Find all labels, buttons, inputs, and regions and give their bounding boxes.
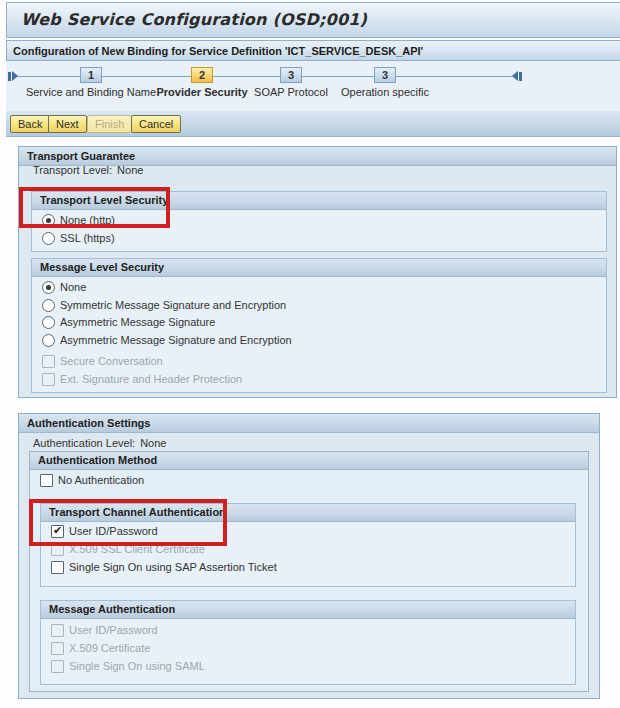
transport-channel-authentication-panel: Transport Channel Authentication User ID… [40, 503, 576, 587]
checkbox-ext-signature-header-protection: Ext. Signature and Header Protection [42, 371, 242, 387]
checkbox-sso-sap-assertion-ticket[interactable]: Single Sign On using SAP Assertion Ticke… [51, 559, 277, 575]
step-4-label: Operation specific [341, 86, 429, 98]
transport-level-value: None [117, 164, 143, 176]
transport-level-security-header: Transport Level Security [32, 192, 606, 210]
radio-asymmetric-signature-label: Asymmetric Message Signature [60, 316, 215, 328]
checkbox-secure-conversation: Secure Conversation [42, 353, 163, 369]
finish-button: Finish [87, 115, 132, 133]
wizard-toolbar: Back Next Finish Cancel [6, 110, 620, 137]
checkbox-disabled-icon [51, 543, 64, 556]
checkbox-unchecked-icon [40, 474, 53, 487]
step-2-box[interactable]: 2 [191, 67, 213, 83]
roadmap-end-icon [519, 72, 522, 81]
radio-none-http[interactable]: None (http) [42, 212, 115, 228]
step-3-box[interactable]: 3 [280, 67, 302, 83]
checkbox-disabled-icon [42, 373, 55, 386]
authentication-level-label: Authentication Level: [33, 437, 135, 449]
checkbox-no-authentication-label: No Authentication [58, 474, 144, 486]
checkbox-sso-sap-assertion-ticket-label: Single Sign On using SAP Assertion Ticke… [69, 561, 277, 573]
radio-unselected-icon [42, 299, 55, 312]
authentication-level-value: None [140, 437, 166, 449]
checkbox-x509-ssl-client-certificate: X.509 SSL Client Certificate [51, 541, 205, 557]
checkbox-disabled-icon [51, 660, 64, 673]
radio-unselected-icon [42, 232, 55, 245]
checkbox-unchecked-icon [51, 561, 64, 574]
transport-level-security-panel: Transport Level Security None (http) SSL… [31, 191, 607, 252]
checkbox-msg-user-id-password: User ID/Password [51, 622, 158, 638]
radio-mls-none[interactable]: None [42, 279, 86, 295]
radio-none-http-label: None (http) [60, 214, 115, 226]
authentication-method-panel: Authentication Method No Authentication … [29, 451, 589, 692]
step-4-box[interactable]: 3 [374, 67, 396, 83]
authentication-level-row: Authentication Level:None [33, 437, 166, 449]
checkbox-secure-conversation-label: Secure Conversation [60, 355, 163, 367]
message-authentication-panel: Message Authentication User ID/Password … [40, 600, 576, 685]
checkbox-checked-icon [51, 525, 64, 538]
authentication-method-header: Authentication Method [30, 452, 588, 470]
next-button[interactable]: Next [48, 115, 87, 133]
web-service-configuration-window: Web Service Configuration (OSD;001) Conf… [0, 0, 620, 708]
page-title: Web Service Configuration (OSD;001) [21, 10, 367, 29]
radio-ssl-https[interactable]: SSL (https) [42, 230, 115, 246]
radio-ssl-https-label: SSL (https) [60, 232, 115, 244]
checkbox-msg-user-id-password-label: User ID/Password [69, 624, 158, 636]
title-bar: Web Service Configuration (OSD;001) [6, 2, 620, 38]
radio-asymmetric-signature[interactable]: Asymmetric Message Signature [42, 314, 215, 330]
roadmap-start-icon [8, 72, 11, 81]
radio-mls-none-label: None [60, 281, 86, 293]
step-1-label: Service and Binding Name [26, 86, 156, 98]
checkbox-x509-certificate-label: X.509 Certificate [69, 642, 150, 654]
checkbox-sso-saml-label: Single Sign On using SAML [69, 660, 205, 672]
checkbox-x509-certificate: X.509 Certificate [51, 640, 150, 656]
transport-guarantee-panel: Transport Guarantee Transport Level:None… [18, 146, 617, 398]
checkbox-x509-ssl-client-certificate-label: X.509 SSL Client Certificate [69, 543, 205, 555]
binding-config-header: Configuration of New Binding for Service… [6, 40, 620, 61]
checkbox-ext-signature-header-protection-label: Ext. Signature and Header Protection [60, 373, 242, 385]
radio-selected-icon [42, 281, 55, 294]
authentication-settings-header: Authentication Settings [19, 414, 599, 433]
checkbox-user-id-password[interactable]: User ID/Password [51, 523, 158, 539]
authentication-settings-panel: Authentication Settings Authentication L… [18, 413, 600, 699]
wizard-roadmap: 1 Service and Binding Name 2 Provider Se… [6, 61, 620, 110]
checkbox-disabled-icon [51, 642, 64, 655]
radio-asymmetric-sign-encrypt-label: Asymmetric Message Signature and Encrypt… [60, 334, 292, 346]
message-level-security-panel: Message Level Security None Symmetric Me… [31, 258, 607, 393]
checkbox-user-id-password-label: User ID/Password [69, 525, 158, 537]
message-level-security-header: Message Level Security [32, 259, 606, 277]
step-3-label: SOAP Protocol [254, 86, 328, 98]
radio-asymmetric-sign-encrypt[interactable]: Asymmetric Message Signature and Encrypt… [42, 332, 292, 348]
radio-unselected-icon [42, 334, 55, 347]
transport-channel-authentication-header: Transport Channel Authentication [41, 504, 575, 522]
checkbox-disabled-icon [42, 355, 55, 368]
message-authentication-header: Message Authentication [41, 601, 575, 619]
binding-config-header-text: Configuration of New Binding for Service… [13, 45, 423, 57]
roadmap-end-arrow-icon [512, 71, 518, 81]
transport-level-row: Transport Level:None [33, 164, 143, 176]
step-2-label: Provider Security [156, 86, 247, 98]
checkbox-no-authentication[interactable]: No Authentication [40, 472, 144, 488]
radio-symmetric-sign-encrypt-label: Symmetric Message Signature and Encrypti… [60, 299, 286, 311]
radio-unselected-icon [42, 316, 55, 329]
checkbox-disabled-icon [51, 624, 64, 637]
radio-selected-icon [42, 214, 55, 227]
cancel-button[interactable]: Cancel [131, 115, 181, 133]
roadmap-start-arrow-icon [12, 71, 18, 81]
transport-level-label: Transport Level: [33, 164, 112, 176]
checkbox-sso-saml: Single Sign On using SAML [51, 658, 205, 674]
step-1-box[interactable]: 1 [80, 67, 102, 83]
radio-symmetric-sign-encrypt[interactable]: Symmetric Message Signature and Encrypti… [42, 297, 286, 313]
back-button[interactable]: Back [10, 115, 50, 133]
